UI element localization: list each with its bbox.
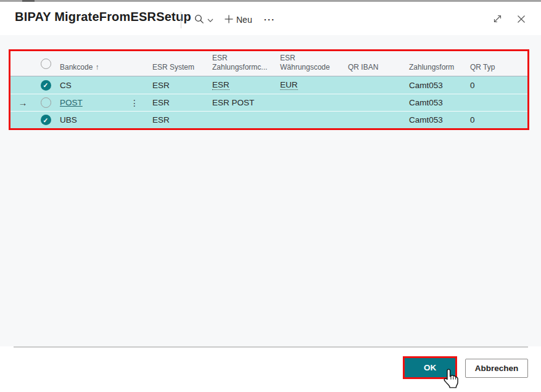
current-row-marker-icon: → bbox=[10, 94, 35, 111]
column-header-esr-waehrungscode[interactable]: ESR Währungscode bbox=[276, 51, 344, 76]
column-header-label: Bankcode bbox=[60, 63, 93, 71]
cell-zahlungsform: Camt053 bbox=[405, 94, 466, 111]
row-marker-cell bbox=[10, 76, 35, 94]
cell-esr-system: ESR bbox=[149, 112, 209, 128]
toolbar: Neu ⋯ bbox=[181, 10, 281, 29]
cell-qr-typ: 0 bbox=[466, 76, 527, 94]
dialog-content: Bankcode↑ ESR System ESR Zahlungsformc..… bbox=[0, 35, 541, 346]
expand-button[interactable] bbox=[491, 12, 504, 27]
row-checkbox[interactable] bbox=[35, 94, 56, 111]
column-header-esr-system[interactable]: ESR System bbox=[149, 51, 209, 76]
column-header-label: Zahlungsform bbox=[409, 63, 454, 72]
column-header-zahlungsform[interactable]: Zahlungsform bbox=[405, 51, 466, 76]
toolbar-divider bbox=[181, 12, 181, 28]
cell-esr-waehrungscode: EUR bbox=[276, 76, 344, 94]
new-button-label: Neu bbox=[236, 15, 252, 25]
ok-button[interactable]: OK bbox=[405, 358, 455, 377]
table-header-row: Bankcode↑ ESR System ESR Zahlungsformc..… bbox=[10, 51, 527, 76]
checked-circle-icon: ✓ bbox=[41, 80, 51, 91]
column-header-qr-iban[interactable]: QR IBAN bbox=[344, 51, 405, 76]
row-checkbox[interactable]: ✓ bbox=[35, 112, 56, 128]
search-button[interactable] bbox=[189, 11, 219, 29]
search-icon bbox=[194, 14, 204, 26]
unchecked-circle-icon bbox=[41, 97, 51, 108]
check-icon: ✓ bbox=[43, 116, 49, 124]
cell-esr-zahlungsform: ESR POST bbox=[209, 94, 276, 111]
more-options-button[interactable]: ⋯ bbox=[258, 14, 281, 26]
column-header-label: ESR Zahlungsformc... bbox=[212, 54, 271, 72]
check-icon: ✓ bbox=[43, 81, 49, 89]
checked-circle-icon: ✓ bbox=[41, 115, 51, 125]
cell-esr-system: ESR bbox=[149, 94, 209, 111]
cell-qr-iban bbox=[344, 94, 405, 111]
window-controls bbox=[491, 12, 527, 27]
dialog-footer: OK Abbrechen bbox=[0, 346, 541, 392]
cell-bankcode: POST ⋮ bbox=[56, 94, 149, 111]
column-header-label: ESR System bbox=[152, 63, 194, 72]
cell-esr-waehrungscode bbox=[276, 94, 344, 111]
cell-bankcode: UBS bbox=[56, 112, 149, 128]
table-row[interactable]: ✓ CS ESR ESR EUR Camt053 0 bbox=[10, 76, 527, 94]
bankcode-link[interactable]: POST bbox=[60, 98, 83, 107]
cell-esr-zahlungsform bbox=[209, 112, 276, 128]
row-marker-cell bbox=[10, 112, 35, 128]
page-title: BIPAY MigrateFromESRSetup bbox=[15, 10, 191, 24]
cell-qr-iban bbox=[344, 76, 405, 94]
annotation-box-table: Bankcode↑ ESR System ESR Zahlungsformc..… bbox=[9, 49, 529, 130]
cell-esr-system: ESR bbox=[149, 76, 209, 94]
cell-bankcode: CS bbox=[56, 76, 149, 94]
column-header-bankcode[interactable]: Bankcode↑ bbox=[56, 51, 149, 76]
annotation-box-ok: OK bbox=[403, 356, 457, 379]
cell-zahlungsform: Camt053 bbox=[405, 76, 466, 94]
cell-qr-iban bbox=[344, 112, 405, 128]
table-row[interactable]: → POST ⋮ ESR ESR POST Camt053 bbox=[10, 94, 527, 111]
row-checkbox[interactable]: ✓ bbox=[35, 76, 56, 94]
column-header-label: QR IBAN bbox=[348, 63, 378, 72]
column-header-qr-typ[interactable]: QR Typ bbox=[466, 51, 527, 76]
cell-zahlungsform: Camt053 bbox=[405, 112, 466, 128]
cell-esr-waehrungscode bbox=[276, 112, 344, 128]
plus-icon bbox=[225, 15, 233, 25]
table-row[interactable]: ✓ UBS ESR Camt053 0 bbox=[10, 111, 527, 128]
cell-qr-typ: 0 bbox=[466, 112, 527, 128]
column-header-label: ESR Währungscode bbox=[280, 54, 339, 72]
column-header-esr-zahlungsform[interactable]: ESR Zahlungsformc... bbox=[209, 51, 276, 76]
footer-divider bbox=[14, 346, 528, 348]
sort-ascending-icon: ↑ bbox=[95, 63, 99, 71]
chevron-down-icon bbox=[207, 15, 213, 25]
new-button[interactable]: Neu bbox=[219, 12, 258, 28]
cancel-button[interactable]: Abbrechen bbox=[465, 359, 528, 378]
select-all-checkbox[interactable] bbox=[35, 51, 56, 76]
ellipsis-icon: ⋯ bbox=[263, 17, 276, 23]
select-all-circle-icon bbox=[41, 59, 51, 69]
column-header-label: QR Typ bbox=[470, 63, 495, 72]
header-marker-spacer bbox=[10, 51, 35, 76]
close-button[interactable] bbox=[515, 13, 527, 27]
cell-qr-typ bbox=[466, 94, 527, 111]
expand-icon bbox=[492, 14, 503, 26]
dialog-header: BIPAY MigrateFromESRSetup Neu ⋯ bbox=[0, 2, 541, 35]
cell-esr-zahlungsform: ESR bbox=[209, 76, 276, 94]
close-icon bbox=[516, 14, 526, 26]
row-options-icon[interactable]: ⋮ bbox=[130, 99, 139, 107]
